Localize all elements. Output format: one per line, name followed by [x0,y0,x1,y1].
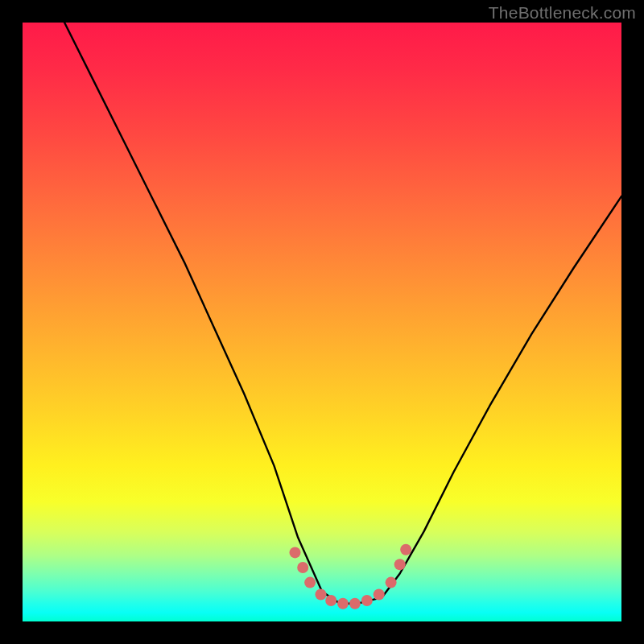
curve-marker [325,595,336,606]
curve-marker [297,562,308,573]
chart-plot-area [23,23,621,621]
curve-marker [386,577,397,588]
bottleneck-curve [23,23,621,621]
curve-line [64,23,621,604]
curve-marker [400,544,411,555]
chart-frame: TheBottleneck.com [0,0,644,644]
curve-marker [361,595,373,606]
curve-marker [394,559,406,570]
curve-marker [290,547,301,558]
watermark-text: TheBottleneck.com [489,3,636,23]
curve-marker [316,589,327,601]
curve-marker [337,598,349,609]
curve-marker [374,589,385,601]
curve-marker [304,577,316,588]
curve-marker [349,598,361,609]
